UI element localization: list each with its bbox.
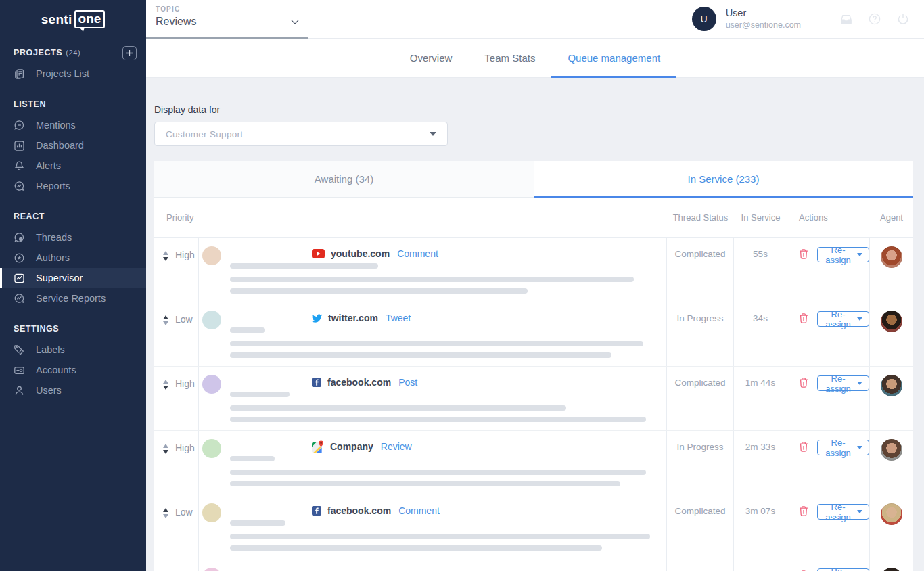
sidebar-group-react: REACTThreadsAuthorsSupervisorService Rep… bbox=[0, 210, 146, 309]
message-line-placeholder bbox=[230, 470, 646, 475]
agent-cell bbox=[870, 495, 913, 559]
delete-thread-button[interactable] bbox=[799, 311, 808, 324]
sidebar-item-authors[interactable]: Authors bbox=[0, 248, 146, 268]
inbox-icon[interactable] bbox=[840, 13, 852, 25]
sidebar-item-service-reports[interactable]: Service Reports bbox=[0, 288, 146, 309]
sidebar-item-label: Dashboard bbox=[36, 140, 84, 151]
thread-author-avatar bbox=[202, 375, 221, 394]
queue-tab-awaiting-34[interactable]: Awaiting (34) bbox=[154, 161, 534, 197]
thread-type-link[interactable]: Comment bbox=[398, 505, 440, 516]
thread-cell[interactable]: CompanyReview bbox=[199, 431, 667, 495]
queue-tab-in-service-233[interactable]: In Service (233) bbox=[534, 161, 913, 197]
priority-label: High bbox=[175, 378, 195, 389]
sidebar-item-mentions[interactable]: Mentions bbox=[0, 115, 146, 135]
sidebar-item-dashboard[interactable]: Dashboard bbox=[0, 135, 146, 156]
column-header-in-service: In Service bbox=[734, 212, 787, 223]
increase-priority-button[interactable] bbox=[163, 508, 168, 512]
topic-value: Reviews bbox=[156, 16, 196, 28]
message-line-placeholder bbox=[230, 481, 620, 486]
decrease-priority-button[interactable] bbox=[163, 386, 168, 390]
sidebar-item-users[interactable]: Users bbox=[0, 380, 146, 401]
thread-source-domain: youtube.com bbox=[331, 248, 390, 259]
column-header-actions: Actions bbox=[787, 212, 870, 223]
decrease-priority-button[interactable] bbox=[163, 321, 168, 325]
queue-card: Awaiting (34)In Service (233) PriorityTh… bbox=[154, 161, 913, 571]
table-row: Highfacebook.comPostComplicated1m 44sRe-… bbox=[154, 367, 913, 431]
thread-cell[interactable]: facebook.comPost bbox=[199, 367, 667, 430]
mentions-icon bbox=[14, 120, 25, 131]
caret-down-icon bbox=[857, 510, 862, 513]
thread-source: youtube.comComment bbox=[312, 248, 438, 259]
decrease-priority-button[interactable] bbox=[163, 514, 168, 518]
delete-thread-button[interactable] bbox=[799, 375, 808, 388]
delete-thread-button[interactable] bbox=[799, 440, 808, 453]
delete-thread-button[interactable] bbox=[799, 504, 808, 517]
increase-priority-button[interactable] bbox=[163, 315, 168, 319]
thread-source: facebook.comPost bbox=[312, 377, 417, 388]
priority-label: High bbox=[175, 442, 195, 453]
sidebar-group-projects: PROJECTS(24)Projects List bbox=[0, 46, 146, 84]
decrease-priority-button[interactable] bbox=[163, 257, 168, 261]
reassign-button[interactable]: Re-assign bbox=[817, 375, 869, 391]
projects-count: (24) bbox=[66, 49, 80, 57]
thread-source: CompanyReview bbox=[312, 440, 412, 453]
thread-cell[interactable]: facebook.comComment bbox=[199, 495, 667, 559]
add-project-button[interactable] bbox=[122, 46, 137, 60]
sidebar-item-alerts[interactable]: Alerts bbox=[0, 156, 146, 176]
sidebar-item-threads[interactable]: Threads bbox=[0, 227, 146, 248]
facebook-icon bbox=[312, 378, 321, 387]
reassign-button[interactable]: Re-assign bbox=[817, 311, 869, 327]
thread-type-link[interactable]: Tweet bbox=[386, 313, 411, 323]
agent-cell bbox=[870, 367, 913, 430]
author-handle-placeholder bbox=[230, 327, 265, 333]
user-avatar[interactable]: U bbox=[692, 7, 716, 31]
sidebar-item-reports[interactable]: Reports bbox=[0, 176, 146, 196]
authors-icon bbox=[14, 252, 25, 264]
agent-cell bbox=[870, 238, 913, 302]
tab-overview[interactable]: Overview bbox=[394, 39, 469, 77]
help-icon[interactable] bbox=[869, 13, 881, 25]
thread-type-link[interactable]: Comment bbox=[397, 248, 438, 259]
sidebar-item-label: Mentions bbox=[36, 120, 76, 131]
column-header-thread-status: Thread Status bbox=[667, 212, 734, 223]
actions-cell: Re-assign bbox=[787, 559, 870, 571]
team-select-value: Customer Support bbox=[166, 129, 243, 139]
increase-priority-button[interactable] bbox=[163, 380, 168, 384]
power-icon[interactable] bbox=[897, 13, 909, 25]
table-header: PriorityThread StatusIn ServiceActionsAg… bbox=[154, 198, 913, 238]
increase-priority-button[interactable] bbox=[163, 444, 168, 448]
thread-source-domain: facebook.com bbox=[327, 505, 391, 516]
message-line-placeholder bbox=[230, 534, 650, 539]
reassign-button[interactable]: Re-assign bbox=[817, 504, 869, 520]
sidebar-item-label: Threads bbox=[36, 232, 72, 243]
thread-type-link[interactable]: Review bbox=[381, 441, 412, 452]
reassign-button[interactable]: Re-assign bbox=[817, 247, 869, 262]
priority-cell: Low bbox=[154, 302, 199, 366]
agent-avatar bbox=[881, 568, 902, 571]
sidebar-item-supervisor[interactable]: Supervisor bbox=[0, 268, 146, 288]
tab-queue-management[interactable]: Queue management bbox=[551, 39, 676, 77]
sidebar-item-projects-list[interactable]: Projects List bbox=[0, 64, 146, 84]
thread-cell[interactable]: twitter.comTweet bbox=[199, 302, 667, 366]
tab-team-stats[interactable]: Team Stats bbox=[468, 39, 551, 77]
sidebar-item-accounts[interactable]: Accounts bbox=[0, 360, 146, 380]
column-header-agent: Agent bbox=[870, 212, 913, 223]
decrease-priority-button[interactable] bbox=[163, 450, 168, 454]
priority-label: High bbox=[175, 250, 195, 260]
thread-cell[interactable]: youtube.comComment bbox=[199, 238, 667, 302]
sidebar-item-labels[interactable]: Labels bbox=[0, 340, 146, 360]
reassign-button[interactable]: Re-assign bbox=[817, 440, 869, 455]
topic-selector[interactable]: TOPIC Reviews bbox=[146, 0, 308, 38]
author-handle-placeholder bbox=[230, 392, 290, 397]
thread-cell[interactable] bbox=[199, 559, 667, 571]
team-select[interactable]: Customer Support bbox=[154, 122, 448, 146]
in-service-time: 34s bbox=[734, 302, 787, 366]
actions-cell: Re-assign bbox=[787, 367, 870, 430]
topbar: TOPIC Reviews U User user@sentione.com bbox=[146, 0, 924, 39]
thread-type-link[interactable]: Post bbox=[398, 377, 417, 388]
reassign-button[interactable]: Re-assign bbox=[817, 568, 869, 571]
delete-thread-button[interactable] bbox=[799, 247, 808, 260]
increase-priority-button[interactable] bbox=[163, 251, 168, 255]
sidebar-group-listen: LISTENMentionsDashboardAlertsReports bbox=[0, 97, 146, 196]
delete-thread-button[interactable] bbox=[799, 568, 808, 571]
